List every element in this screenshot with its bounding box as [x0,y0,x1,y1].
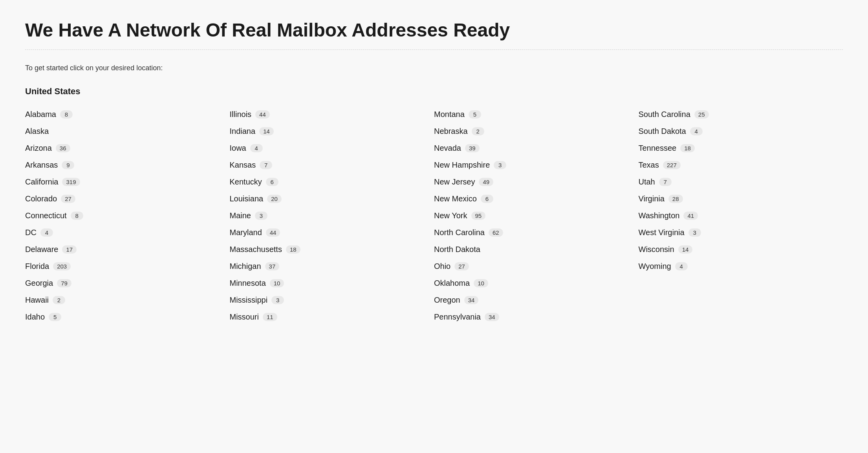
state-item[interactable]: Mississippi3 [230,292,434,309]
state-item[interactable]: Virginia28 [639,190,843,207]
page-title: We Have A Network Of Real Mailbox Addres… [25,19,843,42]
state-column-1: Illinois44Indiana14Iowa4Kansas7Kentucky6… [230,106,434,325]
state-item[interactable]: South Dakota4 [639,123,843,140]
state-item[interactable]: Massachusetts18 [230,241,434,258]
state-item[interactable]: Pennsylvania34 [434,309,639,325]
state-count: 27 [454,262,469,270]
state-count: 36 [56,144,70,152]
state-name: Illinois [230,110,252,119]
state-item[interactable]: Connecticut8 [25,207,230,224]
state-name: Michigan [230,262,261,271]
state-name: Delaware [25,245,58,254]
state-item[interactable]: North Carolina62 [434,224,639,241]
state-name: Georgia [25,279,53,288]
state-item[interactable]: Illinois44 [230,106,434,123]
state-count: 3 [271,296,284,304]
state-count: 5 [49,313,61,321]
state-item[interactable]: Wyoming4 [639,258,843,275]
state-count: 27 [61,195,75,203]
state-item[interactable]: Montana5 [434,106,639,123]
state-name: North Carolina [434,228,485,237]
state-item[interactable]: New Jersey49 [434,174,639,190]
state-item[interactable]: Colorado27 [25,190,230,207]
state-column-3: South Carolina25South Dakota4Tennessee18… [639,106,843,325]
state-item[interactable]: Nebraska2 [434,123,639,140]
state-item[interactable]: New Mexico6 [434,190,639,207]
state-item[interactable]: Nevada39 [434,140,639,157]
state-name: Indiana [230,127,256,136]
state-item[interactable]: Florida203 [25,258,230,275]
state-item[interactable]: Maine3 [230,207,434,224]
state-item[interactable]: Indiana14 [230,123,434,140]
state-item[interactable]: Minnesota10 [230,275,434,292]
state-item[interactable]: Michigan37 [230,258,434,275]
divider [25,49,843,50]
state-count: 4 [40,228,53,237]
state-item[interactable]: Iowa4 [230,140,434,157]
state-name: Tennessee [639,144,677,153]
state-item[interactable]: Louisiana20 [230,190,434,207]
state-name: Oklahoma [434,279,470,288]
state-count: 3 [494,161,506,169]
state-count: 41 [683,212,698,220]
state-name: Kentucky [230,177,262,186]
state-count: 8 [60,110,73,119]
state-column-2: Montana5Nebraska2Nevada39New Hampshire3N… [434,106,639,325]
state-count: 25 [694,110,709,119]
state-item[interactable]: Arizona36 [25,140,230,157]
state-name: Kansas [230,161,256,170]
state-item[interactable]: Kentucky6 [230,174,434,190]
state-item[interactable]: Georgia79 [25,275,230,292]
state-item[interactable]: DC4 [25,224,230,241]
state-name: Minnesota [230,279,266,288]
state-item[interactable]: Tennessee18 [639,140,843,157]
state-count: 203 [53,262,71,270]
state-count: 95 [471,212,486,220]
state-name: New Mexico [434,194,477,203]
state-count: 7 [659,178,672,186]
state-count: 18 [680,144,695,152]
state-count: 4 [250,144,263,152]
state-item[interactable]: Alaska [25,123,230,140]
state-item[interactable]: North Dakota [434,241,639,258]
state-item[interactable]: West Virginia3 [639,224,843,241]
state-item[interactable]: New Hampshire3 [434,157,639,174]
state-item[interactable]: Kansas7 [230,157,434,174]
state-name: North Dakota [434,245,480,254]
state-item[interactable]: Wisconsin14 [639,241,843,258]
state-name: Massachusetts [230,245,282,254]
state-name: Wisconsin [639,245,674,254]
state-name: Colorado [25,194,57,203]
state-count: 34 [464,296,479,304]
state-column-0: Alabama8AlaskaArizona36Arkansas9Californ… [25,106,230,325]
state-item[interactable]: Hawaii2 [25,292,230,309]
state-item[interactable]: South Carolina25 [639,106,843,123]
state-count: 20 [267,195,282,203]
state-item[interactable]: Arkansas9 [25,157,230,174]
state-item[interactable]: California319 [25,174,230,190]
state-count: 2 [53,296,65,304]
state-name: Arkansas [25,161,58,170]
state-name: Alabama [25,110,56,119]
state-count: 17 [62,245,77,254]
state-item[interactable]: Ohio27 [434,258,639,275]
state-name: Nevada [434,144,461,153]
state-item[interactable]: Oklahoma10 [434,275,639,292]
state-item[interactable]: Alabama8 [25,106,230,123]
state-item[interactable]: Oregon34 [434,292,639,309]
state-name: Texas [639,161,659,170]
states-grid: Alabama8AlaskaArizona36Arkansas9Californ… [25,106,843,325]
state-name: California [25,177,58,186]
state-item[interactable]: Missouri11 [230,309,434,325]
state-item[interactable]: Utah7 [639,174,843,190]
state-name: New Jersey [434,177,475,186]
state-name: Nebraska [434,127,468,136]
state-name: Oregon [434,296,460,305]
state-count: 14 [259,127,274,135]
state-item[interactable]: New York95 [434,207,639,224]
state-item[interactable]: Maryland44 [230,224,434,241]
state-item[interactable]: Texas227 [639,157,843,174]
state-item[interactable]: Delaware17 [25,241,230,258]
state-item[interactable]: Idaho5 [25,309,230,325]
state-item[interactable]: Washington41 [639,207,843,224]
